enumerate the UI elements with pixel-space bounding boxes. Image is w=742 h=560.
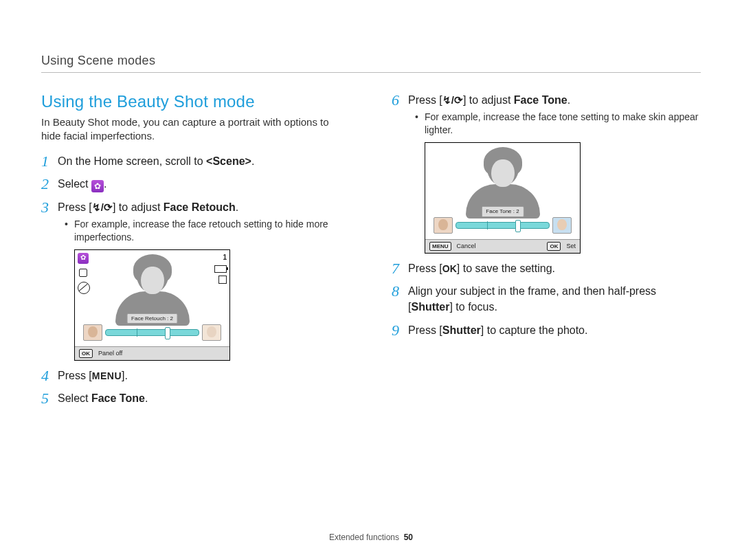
step-6-pre: Press [ — [408, 94, 442, 106]
mode-icon: ✿ — [78, 253, 89, 264]
manual-page: Using Scene modes Using the Beauty Shot … — [0, 0, 742, 560]
flash-timer-icon: ↯/⟳ — [442, 94, 463, 106]
screenshot-face-tone: Face Tone : 2 MENU Cancel — [425, 142, 581, 254]
step-8-bold: Shutter — [411, 301, 449, 313]
page-number: 50 — [404, 533, 413, 542]
footer-text: Panel off — [98, 349, 122, 358]
step-9: Press [Shutter] to capture the photo. — [392, 322, 701, 338]
step-9-bold: Shutter — [442, 324, 481, 336]
step-7-post: ] to save the setting. — [457, 262, 555, 274]
screenshot-footer: MENU Cancel OK Set — [425, 239, 580, 253]
divider — [41, 72, 701, 73]
screenshot-face-retouch: ✿ 1 Face R — [74, 249, 230, 361]
face-tone-label: Face Tone : 2 — [481, 206, 524, 217]
step-6-mid: ] to adjust — [463, 94, 514, 106]
screenshot-screen: ✿ 1 Face R — [75, 250, 229, 346]
screen-left-icons: ✿ — [78, 253, 90, 294]
thumb-before — [434, 217, 453, 234]
step-2: Select ✿. — [41, 176, 350, 192]
step-5: Select Face Tone. — [41, 390, 350, 406]
breadcrumb: Using Scene modes — [41, 54, 701, 71]
steps-1-5: On the Home screen, scroll to <Scene>. S… — [41, 153, 350, 407]
step-6-sublist: For example, increase the face tone sett… — [408, 111, 701, 137]
step-4-pre: Press [ — [58, 370, 92, 381]
slider — [105, 329, 199, 336]
step-1-text: On the Home screen, scroll to — [58, 155, 206, 167]
step-9-post: ] to capture the photo. — [481, 324, 588, 336]
left-column: Using the Beauty Shot mode In Beauty Sho… — [41, 85, 350, 410]
step-4-post: ]. — [122, 370, 128, 381]
step-3-pre: Press [ — [58, 201, 92, 213]
step-5-bold: Face Tone — [91, 392, 145, 404]
menu-button-icon: MENU — [92, 370, 122, 381]
thumb-after — [202, 324, 221, 341]
slider-handle — [515, 220, 521, 232]
step-1-post: . — [251, 155, 254, 167]
section-intro: In Beauty Shot mode, you can capture a p… — [41, 115, 350, 144]
slider-row — [434, 217, 572, 234]
step-7-pre: Press [ — [408, 262, 442, 274]
step-7: Press [OK] to save the setting. — [392, 260, 701, 276]
step-3-mid: ] to adjust — [113, 201, 164, 213]
slider-handle — [165, 327, 170, 339]
step-1-bold: <Scene> — [206, 155, 251, 167]
beauty-shot-icon: ✿ — [91, 180, 104, 192]
step-3-bold: Face Retouch — [164, 201, 236, 213]
step-2-text: Select — [58, 178, 91, 190]
footer-set: Set — [566, 242, 576, 251]
steps-6-9: Press [↯/⟳] to adjust Face Tone. For exa… — [392, 92, 701, 338]
step-4: Press [MENU]. — [41, 368, 350, 383]
shots-remaining: 1 — [223, 253, 227, 263]
step-8: Align your subject in the frame, and the… — [392, 283, 701, 315]
step-6-bold: Face Tone — [514, 94, 567, 106]
screenshot-screen: Face Tone : 2 — [425, 143, 580, 239]
step-6: Press [↯/⟳] to adjust Face Tone. For exa… — [392, 92, 701, 254]
menu-pill: MENU — [429, 242, 451, 251]
step-1: On the Home screen, scroll to <Scene>. — [41, 153, 350, 169]
step-6-sub: For example, increase the face tone sett… — [418, 111, 701, 137]
content-columns: Using the Beauty Shot mode In Beauty Sho… — [41, 85, 701, 410]
focus-icon — [78, 267, 89, 278]
right-column: Press [↯/⟳] to adjust Face Tone. For exa… — [392, 85, 701, 410]
battery-icon — [214, 265, 227, 273]
step-9-pre: Press [ — [408, 324, 442, 336]
footer-section: Extended functions — [329, 533, 399, 542]
step-3: Press [↯/⟳] to adjust Face Retouch. For … — [41, 199, 350, 361]
step-6-post: . — [567, 94, 570, 106]
step-3-sub: For example, increase the face retouch s… — [67, 218, 350, 244]
step-3-post: . — [236, 201, 238, 213]
ok-pill: OK — [547, 242, 561, 251]
ok-pill: OK — [79, 349, 93, 358]
flash-timer-icon: ↯/⟳ — [92, 201, 113, 213]
step-8-post: ] to focus. — [449, 301, 497, 313]
step-5-pre: Select — [58, 392, 91, 404]
step-5-post: . — [145, 392, 148, 404]
slider — [456, 222, 550, 229]
thumb-after — [552, 217, 572, 234]
step-3-sublist: For example, increase the face retouch s… — [58, 218, 350, 244]
footer-cancel: Cancel — [457, 242, 476, 251]
screen-right-icons: 1 — [214, 253, 227, 284]
step-2-post: . — [104, 178, 106, 190]
section-title: Using the Beauty Shot mode — [41, 92, 350, 111]
screenshot-footer: OK Panel off — [75, 346, 229, 360]
resolution-icon — [218, 276, 227, 284]
ok-button-icon: OK — [442, 263, 457, 274]
page-footer: Extended functions 50 — [0, 533, 742, 542]
slider-row — [83, 324, 221, 341]
no-flash-icon — [78, 282, 90, 294]
face-retouch-label: Face Retouch : 2 — [126, 313, 178, 324]
thumb-before — [83, 324, 102, 341]
